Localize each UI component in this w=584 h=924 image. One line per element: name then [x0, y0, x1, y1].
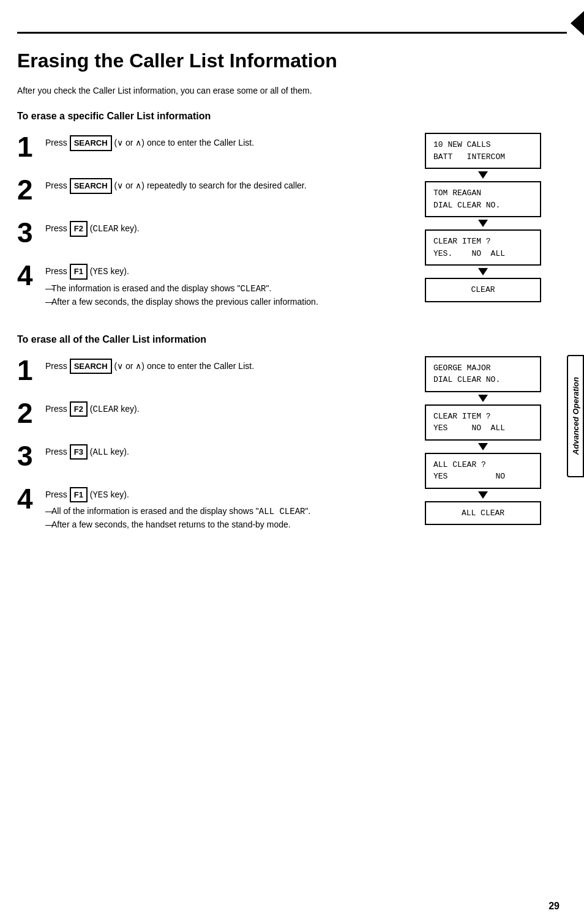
- bullet-1a: The information is erased and the displa…: [45, 282, 318, 296]
- flow-text-2a-line1: GEORGE MAJOR: [433, 363, 491, 373]
- flow-text-2a-line2: DIAL CLEAR NO.: [433, 375, 500, 384]
- step-number-1: 1: [17, 133, 39, 161]
- section1-steps: 1 Press SEARCH (∨ or ∧) once to enter th…: [17, 133, 400, 323]
- flowchart-1: 10 NEW CALLS BATT INTERCOM TOM REAGAN DI…: [413, 133, 553, 302]
- flow-text-2d: ALL CLEAR: [462, 509, 504, 518]
- section2-layout: 1 Press SEARCH (∨ or ∧) once to enter th…: [17, 356, 553, 546]
- flow-arrow-2a: [478, 395, 488, 402]
- step3-content: Press F2 (CLEAR key).: [45, 218, 140, 237]
- section2-step2: 2 Press F2 (CLEAR key).: [17, 399, 400, 427]
- flow-text-1b-line2: DIAL CLEAR NO.: [433, 201, 500, 210]
- flow-box-2d: ALL CLEAR: [425, 501, 541, 526]
- section2-step3: 3 Press F3 (ALL key).: [17, 442, 400, 470]
- s2-step-number-1: 1: [17, 356, 39, 384]
- flow-box-2b: CLEAR ITEM ? YES NO ALL: [425, 404, 541, 441]
- section2-title: To erase all of the Caller List informat…: [17, 334, 553, 345]
- flow-text-1d: CLEAR: [471, 285, 495, 294]
- s2-step4-content: Press F1 (YES key). All of the informati…: [45, 485, 310, 532]
- flow-arrow-2c: [478, 491, 488, 499]
- f2-key-2: F2: [70, 401, 88, 417]
- section1-flowchart: 10 NEW CALLS BATT INTERCOM TOM REAGAN DI…: [413, 133, 553, 323]
- section1-step2: 2 Press SEARCH (∨ or ∧) repeatedly to se…: [17, 176, 400, 204]
- flow-arrow-1c: [478, 268, 488, 275]
- flow-text-1c-line2: YES. NO ALL: [433, 249, 505, 258]
- s2-step4-bullets: All of the information is erased and the…: [45, 505, 310, 531]
- flow-arrow-2b: [478, 443, 488, 450]
- step-number-3: 3: [17, 218, 39, 247]
- step-number-4: 4: [17, 261, 39, 289]
- page-number: 29: [548, 901, 560, 912]
- flowchart-2: GEORGE MAJOR DIAL CLEAR NO. CLEAR ITEM ?…: [413, 356, 553, 526]
- bullet-2a: All of the information is erased and the…: [45, 505, 310, 518]
- section1-step3: 3 Press F2 (CLEAR key).: [17, 218, 400, 247]
- flow-arrow-1b: [478, 220, 488, 227]
- side-tab-label: Advanced Operation: [571, 377, 580, 455]
- section2-steps: 1 Press SEARCH (∨ or ∧) once to enter th…: [17, 356, 400, 546]
- f3-key: F3: [70, 444, 88, 460]
- section1-step1: 1 Press SEARCH (∨ or ∧) once to enter th…: [17, 133, 400, 161]
- search-key-1: SEARCH: [70, 135, 112, 151]
- flow-box-2a: GEORGE MAJOR DIAL CLEAR NO.: [425, 356, 541, 392]
- section1-title: To erase a specific Caller List informat…: [17, 111, 553, 122]
- flow-text-1b-line1: TOM REAGAN: [433, 188, 481, 198]
- step2-content: Press SEARCH (∨ or ∧) repeatedly to sear…: [45, 176, 307, 194]
- section2-step4: 4 Press F1 (YES key). All of the informa…: [17, 485, 400, 532]
- s2-step1-content: Press SEARCH (∨ or ∧) once to enter the …: [45, 356, 254, 374]
- search-key-3: SEARCH: [70, 359, 112, 374]
- f1-key-1: F1: [70, 264, 88, 280]
- main-content: Erasing the Caller List Information Afte…: [17, 40, 553, 906]
- section1-step4: 4 Press F1 (YES key). The information is…: [17, 261, 400, 308]
- flow-box-1c: CLEAR ITEM ? YES. NO ALL: [425, 229, 541, 266]
- flow-box-1d: CLEAR: [425, 278, 541, 302]
- section1: To erase a specific Caller List informat…: [17, 111, 553, 323]
- section2-flowchart: GEORGE MAJOR DIAL CLEAR NO. CLEAR ITEM ?…: [413, 356, 553, 546]
- flow-text-1a-line1: 10 NEW CALLS: [433, 140, 491, 149]
- flow-box-2c: ALL CLEAR ? YES NO: [425, 453, 541, 489]
- bullet-1b: After a few seconds, the display shows t…: [45, 296, 318, 308]
- bullet-2b: After a few seconds, the handset returns…: [45, 518, 310, 531]
- s2-step3-content: Press F3 (ALL key).: [45, 442, 129, 460]
- flow-arrow-1a: [478, 171, 488, 179]
- flow-text-2b-line2: YES NO ALL: [433, 423, 505, 433]
- side-tab: Advanced Operation: [567, 355, 584, 477]
- s2-step-number-2: 2: [17, 399, 39, 427]
- s2-step-number-4: 4: [17, 485, 39, 513]
- f2-key-1: F2: [70, 221, 88, 237]
- flow-text-1a-line2: BATT INTERCOM: [433, 152, 505, 162]
- step1-content: Press SEARCH (∨ or ∧) once to enter the …: [45, 133, 254, 151]
- flow-box-1b: TOM REAGAN DIAL CLEAR NO.: [425, 181, 541, 217]
- flow-text-2c-line2: YES NO: [433, 472, 505, 481]
- search-key-2: SEARCH: [70, 178, 112, 194]
- page-title: Erasing the Caller List Information: [17, 49, 553, 72]
- top-border: [17, 32, 567, 34]
- intro-text: After you check the Caller List informat…: [17, 84, 553, 97]
- s2-step-number-3: 3: [17, 442, 39, 470]
- s2-step2-content: Press F2 (CLEAR key).: [45, 399, 140, 417]
- flow-text-1c-line1: CLEAR ITEM ?: [433, 237, 491, 246]
- flow-text-2b-line1: CLEAR ITEM ?: [433, 412, 491, 421]
- section2: To erase all of the Caller List informat…: [17, 334, 553, 546]
- section2-step1: 1 Press SEARCH (∨ or ∧) once to enter th…: [17, 356, 400, 384]
- step4-content: Press F1 (YES key). The information is e…: [45, 261, 318, 308]
- page-container: Erasing the Caller List Information Afte…: [0, 0, 584, 924]
- bookmark-arrow: [571, 11, 584, 35]
- f1-key-2: F1: [70, 487, 88, 503]
- flow-box-1a: 10 NEW CALLS BATT INTERCOM: [425, 133, 541, 169]
- step-number-2: 2: [17, 176, 39, 204]
- step4-bullets: The information is erased and the displa…: [45, 282, 318, 308]
- section1-layout: 1 Press SEARCH (∨ or ∧) once to enter th…: [17, 133, 553, 323]
- flow-text-2c-line1: ALL CLEAR ?: [433, 460, 486, 469]
